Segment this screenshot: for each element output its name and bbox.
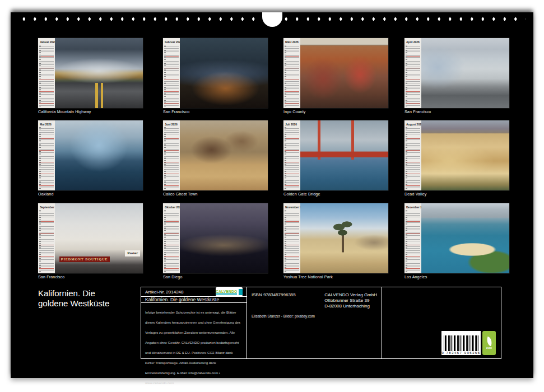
info-column-barcode: 9 783457 996355 eco (382, 287, 501, 358)
day-lines (39, 45, 54, 106)
article-number-row: Artikel-Nr. 2014248 CALVENDO (141, 287, 247, 297)
month-photo (300, 38, 388, 108)
mini-calendar: April 2026 (404, 38, 509, 108)
month-thumbnail-april: April 2026 San Francisco (404, 38, 509, 114)
month-label: März 2026 (283, 38, 300, 45)
mini-calendar: Februar 2026 (163, 38, 268, 108)
month-photo (180, 120, 268, 190)
day-lines (39, 127, 54, 189)
day-lines (285, 45, 299, 106)
day-list-strip: Oktober 2026 (163, 203, 180, 273)
month-photo (421, 120, 509, 190)
day-list-strip: Juni 2026 (163, 120, 180, 190)
day-lines (406, 210, 420, 272)
mini-calendar: August 2026 (404, 120, 509, 190)
isbn-publisher-row: ISBN 9783457996355 CALVENDO Verlag GmbH … (252, 292, 377, 309)
month-photo (55, 120, 143, 190)
photo-caption: Golden Gate Bridge (283, 192, 388, 196)
month-photo (421, 203, 509, 273)
photo-caption: San Francisco (404, 110, 509, 114)
month-label: Oktober 2026 (163, 203, 180, 210)
month-label: April 2026 (404, 38, 421, 45)
hanger-notch (262, 12, 282, 27)
day-list-strip: August 2026 (404, 120, 421, 190)
month-label: Juni 2026 (163, 120, 180, 127)
info-column-publisher: ISBN 9783457996355 CALVENDO Verlag GmbH … (247, 287, 382, 358)
day-lines (285, 210, 299, 272)
box-title-row: Kalifornien. Die goldene Westküste (141, 297, 247, 303)
day-list-strip: September 2026 (38, 203, 55, 273)
day-list-strip: März 2026 (283, 38, 300, 108)
month-thumbnail-december: Dezember 2026 Los Angeles (404, 203, 509, 279)
month-thumbnail-february: Februar 2026 San Francisco (163, 38, 268, 114)
barcode-area: 9 783457 996355 eco (441, 331, 496, 355)
photo-caption: Yoshua Tree National Park (283, 275, 388, 279)
day-lines (39, 210, 54, 272)
mini-calendar: Juni 2026 (163, 120, 268, 190)
month-thumbnail-march: März 2026 Inyo County (283, 38, 388, 114)
photo-caption: Calico Ghost Town (163, 192, 268, 196)
legal-row: Infolge bestehender Schutzrechte ist es … (141, 303, 247, 389)
month-label: Mai 2026 (38, 120, 55, 127)
month-photo (300, 203, 388, 273)
isbn: ISBN 9783457996355 (252, 292, 296, 297)
month-thumbnail-september: September 2026 PIEDMONT BOUTIQUE Poster … (38, 203, 143, 279)
publisher-info-box: Artikel-Nr. 2014248 CALVENDO Kalifornien… (141, 287, 501, 359)
day-list-strip: Dezember 2026 (404, 203, 421, 273)
eco-leaf-icon (485, 336, 493, 346)
month-label: Dezember 2026 (404, 203, 421, 210)
boutique-sign: PIEDMONT BOUTIQUE (59, 256, 110, 262)
day-list-strip: November 2026 (283, 203, 300, 273)
calendar-page: Januar 2026 California Mountain Highway … (11, 12, 533, 378)
month-thumbnail-august: August 2026 Dead Valley (404, 120, 509, 196)
eco-logo: eco (482, 331, 496, 355)
publisher-address: CALVENDO Verlag GmbH Ottobrunner Straße … (324, 292, 377, 309)
photo-caption: Los Angeles (404, 275, 509, 279)
photo-caption: Dead Valley (404, 192, 509, 196)
month-thumbnail-october: Oktober 2026 San Diego (163, 203, 268, 279)
day-lines (406, 45, 420, 106)
month-photo (421, 38, 509, 108)
day-list-strip: Juli 2026 (283, 120, 300, 190)
calvendo-logo-underline (216, 293, 237, 295)
day-lines (406, 127, 420, 189)
photo-caption: California Mountain Highway (38, 110, 143, 114)
mini-calendar: Juli 2026 (283, 120, 388, 190)
month-photo (300, 120, 388, 190)
month-thumbnail-may: Mai 2026 Oakland (38, 120, 143, 196)
photo-caption: San Diego (163, 275, 268, 279)
month-thumbnail-july: Juli 2026 Golden Gate Bridge (283, 120, 388, 196)
day-lines (285, 127, 299, 189)
day-lines (164, 45, 179, 106)
month-label: August 2026 (404, 120, 421, 127)
month-photo (55, 38, 143, 108)
month-label: Februar 2026 (163, 38, 180, 45)
eco-label: eco (486, 346, 492, 349)
month-photo (180, 38, 268, 108)
calendar-back-page: Januar 2026 California Mountain Highway … (0, 0, 544, 392)
barcode: 9 783457 996355 (441, 331, 481, 355)
mini-calendar: Mai 2026 (38, 120, 143, 190)
month-photo (180, 203, 268, 273)
photo-caption: Inyo County (283, 110, 388, 114)
photo-caption: Oakland (38, 192, 143, 196)
mini-calendar: Dezember 2026 (404, 203, 509, 273)
mini-calendar: März 2026 (283, 38, 388, 108)
photo-caption: San Francisco (163, 110, 268, 114)
day-lines (164, 127, 179, 189)
day-lines (164, 210, 179, 272)
day-list-strip: Mai 2026 (38, 120, 55, 190)
month-thumbnail-january: Januar 2026 California Mountain Highway (38, 38, 143, 114)
month-label: Juli 2026 (283, 120, 300, 127)
month-thumbnail-november: November 2026 Yoshua Tree National Park (283, 203, 388, 279)
month-photo: PIEDMONT BOUTIQUE Poster (55, 203, 143, 273)
mini-calendar: Januar 2026 (38, 38, 143, 108)
legal-text: Infolge bestehender Schutzrechte ist es … (145, 311, 240, 385)
mini-calendar: September 2026 PIEDMONT BOUTIQUE Poster (38, 203, 143, 273)
mini-calendar: November 2026 (283, 203, 388, 273)
author-credits: Elisabeth Stanzer - Bilder: pixabay.com (252, 314, 377, 318)
photo-caption: San Francisco (38, 275, 143, 279)
info-column-product: Artikel-Nr. 2014248 CALVENDO Kalifornien… (141, 287, 247, 358)
article-number: Artikel-Nr. 2014248 (145, 290, 183, 295)
box-title: Kalifornien. Die goldene Westküste (145, 297, 219, 302)
